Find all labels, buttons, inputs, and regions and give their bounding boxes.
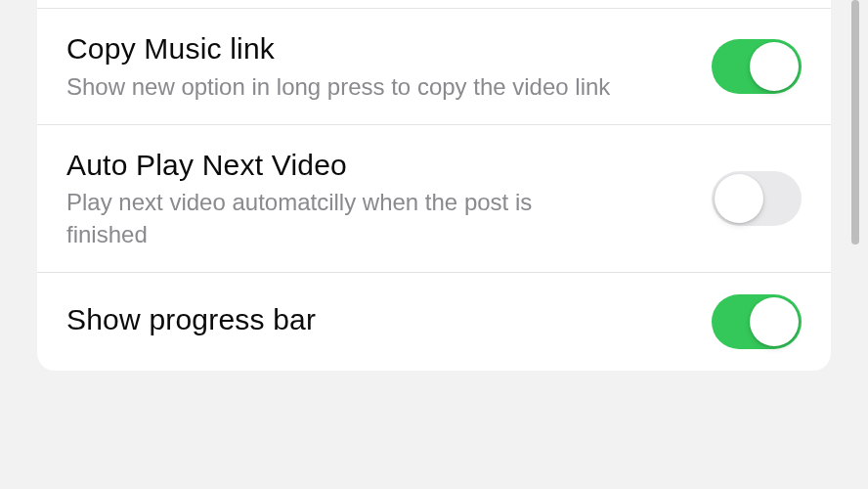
setting-row-copy-video-link: Copy Video link Show new option in long … (37, 0, 831, 9)
toggle-knob (715, 174, 763, 223)
setting-text: Auto Play Next Video Play next video aut… (66, 147, 712, 250)
setting-subtitle: Show new option in long press to copy th… (66, 71, 614, 103)
setting-title: Auto Play Next Video (66, 147, 682, 184)
setting-text: Copy Music link Show new option in long … (66, 30, 712, 103)
toggle-copy-music-link[interactable] (712, 39, 802, 94)
setting-title: Copy Music link (66, 30, 682, 67)
settings-screen: Copy Video link Show new option in long … (0, 0, 868, 489)
setting-row-show-progress-bar: Show progress bar (37, 273, 831, 371)
setting-text: Show progress bar (66, 301, 712, 342)
setting-subtitle: Play next video automatcilly when the po… (66, 187, 614, 250)
toggle-auto-play-next-video[interactable] (712, 171, 802, 226)
toggle-show-progress-bar[interactable] (712, 294, 802, 349)
toggle-knob (750, 297, 799, 346)
toggle-knob (750, 42, 799, 91)
setting-title: Show progress bar (66, 301, 682, 338)
setting-row-copy-music-link: Copy Music link Show new option in long … (37, 9, 831, 125)
settings-panel: Copy Video link Show new option in long … (37, 0, 831, 371)
setting-row-auto-play-next-video: Auto Play Next Video Play next video aut… (37, 125, 831, 273)
scrollbar[interactable] (851, 0, 859, 244)
